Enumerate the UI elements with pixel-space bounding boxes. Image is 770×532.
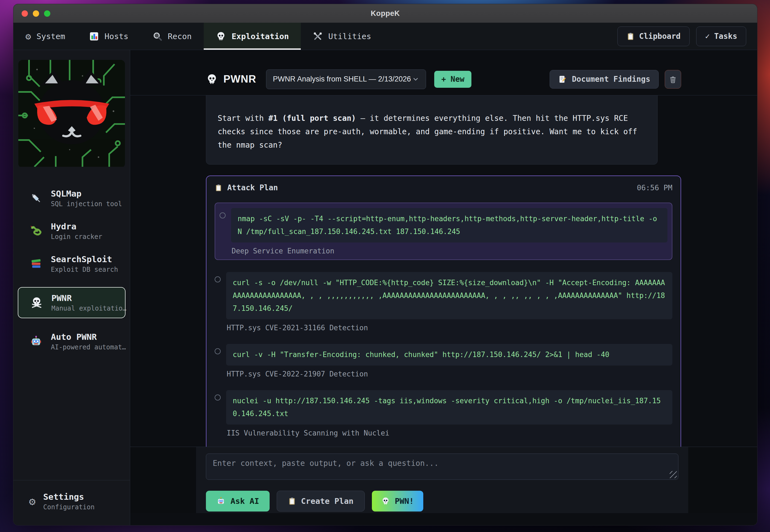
- plan-item: nmap -sC -sV -p- -T4 --script=http-enum,…: [220, 208, 667, 255]
- ask-ai-button[interactable]: Ask AI: [206, 491, 270, 511]
- radio-bullet-icon[interactable]: [215, 394, 221, 401]
- titlebar: KoppeK: [13, 4, 757, 23]
- sidebar-item-title: Auto PWNR: [51, 332, 126, 342]
- sidebar-item-title: SearchSploit: [51, 254, 118, 264]
- window-title: KoppeK: [13, 9, 757, 18]
- snake-icon: [29, 224, 43, 238]
- skull-icon: [216, 31, 226, 42]
- plan-command[interactable]: nmap -sC -sV -p- -T4 --script=http-enum,…: [231, 208, 667, 242]
- main-panel: PWNR PWNR Analysis from SHELL — 2/13/202…: [130, 50, 757, 525]
- resize-handle[interactable]: [670, 471, 677, 478]
- books-icon: [29, 257, 43, 271]
- plan-label: IIS Vulnerability Scanning with Nuclei: [227, 429, 672, 437]
- attack-plan-card: Attack Plan 06:56 PM nmap -sC -sV -p- -T…: [206, 176, 681, 447]
- radio-bullet-icon[interactable]: [215, 276, 221, 282]
- delete-session-button[interactable]: [665, 70, 681, 89]
- tab-utilities[interactable]: Utilities: [301, 23, 383, 50]
- clipboard-icon: [215, 184, 222, 192]
- plan-command[interactable]: curl -s -o /dev/null -w "HTTP_CODE:%{htt…: [226, 272, 672, 319]
- settings-subtitle: Configuration: [43, 503, 95, 511]
- tasks-button-label: Tasks: [714, 32, 737, 41]
- chat-scroll-area[interactable]: Start with #1 (full port scan) — it dete…: [130, 95, 757, 447]
- gear-icon: ⚙: [29, 496, 36, 507]
- sidebar-item-title: Hydra: [51, 221, 102, 231]
- check-icon: ✓: [705, 33, 710, 40]
- plan-label: HTTP.sys CVE-2022-21907 Detection: [227, 370, 672, 378]
- tab-label: Hosts: [104, 32, 128, 41]
- robot-icon: [29, 334, 43, 349]
- sidebar-item-subtitle: Login cracker: [51, 233, 102, 241]
- sidebar-item-hydra[interactable]: Hydra Login cracker: [13, 221, 130, 241]
- tab-exploitation[interactable]: Exploitation: [204, 23, 301, 50]
- ask-ai-label: Ask AI: [231, 496, 259, 506]
- clipboard-button[interactable]: Clipboard: [617, 27, 690, 46]
- sidebar-item-settings[interactable]: ⚙ Settings Configuration: [13, 480, 130, 525]
- page-title: PWNR: [223, 73, 256, 85]
- clipboard-button-label: Clipboard: [639, 32, 681, 41]
- attack-plan-title: Attack Plan: [227, 183, 278, 192]
- skull-icon: [206, 73, 218, 85]
- skull-crossbones-icon: [30, 296, 44, 310]
- assistant-message-text: Start with #1 (full port scan) — it dete…: [218, 112, 646, 152]
- app-window: KoppeK ⚙ System Hosts Recon Exploitation: [13, 4, 757, 525]
- create-plan-button[interactable]: Create Plan: [277, 491, 365, 511]
- input-dock: Ask AI Create Plan PWN!: [130, 447, 757, 513]
- document-findings-button[interactable]: Document Findings: [550, 70, 659, 89]
- sidebar-item-subtitle: AI-powered automat…: [51, 343, 126, 351]
- skull-icon: [381, 497, 390, 505]
- trash-icon: [669, 75, 677, 84]
- sidebar-item-title: SQLMap: [51, 189, 122, 198]
- sidebar-item-pwnr[interactable]: PWNR Manual exploitatio…: [18, 287, 126, 318]
- radio-bullet-icon[interactable]: [220, 212, 226, 218]
- clipboard-icon: [626, 32, 635, 40]
- settings-title: Settings: [43, 492, 95, 502]
- attack-plan-timestamp: 06:56 PM: [637, 183, 672, 192]
- context-input[interactable]: [206, 454, 678, 480]
- hacker-cat-logo: [18, 60, 125, 168]
- sidebar-item-searchsploit[interactable]: SearchSploit Exploit DB search: [13, 254, 130, 273]
- attack-plan-header: Attack Plan 06:56 PM: [215, 183, 672, 192]
- session-select-value: PWNR Analysis from SHELL — 2/13/2026: [273, 75, 412, 83]
- bar-chart-icon: [89, 31, 99, 41]
- plan-item-highlighted: nmap -sC -sV -p- -T4 --script=http-enum,…: [215, 203, 672, 260]
- tasks-button[interactable]: ✓ Tasks: [696, 27, 746, 46]
- gear-icon: ⚙: [25, 32, 31, 41]
- tab-label: System: [36, 32, 65, 41]
- memo-pencil-icon: [558, 75, 567, 84]
- plan-item: curl -v -H "Transfer-Encoding: chunked, …: [215, 344, 672, 378]
- plan-command[interactable]: nuclei -u http://187.150.146.245 -tags i…: [226, 390, 672, 425]
- tab-label: Exploitation: [232, 32, 289, 41]
- tab-label: Recon: [168, 32, 192, 41]
- plan-item: curl -s -o /dev/null -w "HTTP_CODE:%{htt…: [215, 272, 672, 332]
- document-findings-label: Document Findings: [572, 75, 650, 84]
- pwn-label: PWN!: [395, 496, 414, 506]
- sidebar-nav: SQLMap SQL injection tool Hydra Login cr…: [13, 189, 130, 351]
- robot-icon: [216, 496, 226, 506]
- tools-icon: [313, 31, 323, 41]
- window-footer: [130, 513, 757, 525]
- sidebar-item-subtitle: Exploit DB search: [51, 266, 118, 273]
- syringe-icon: [29, 191, 43, 205]
- plan-command[interactable]: curl -v -H "Transfer-Encoding: chunked, …: [226, 344, 672, 366]
- sidebar-item-subtitle: SQL injection tool: [51, 200, 122, 208]
- plan-item: nuclei -u http://187.150.146.245 -tags i…: [215, 390, 672, 437]
- tab-label: Utilities: [328, 32, 371, 41]
- new-session-button[interactable]: + New: [434, 71, 471, 88]
- tab-system[interactable]: ⚙ System: [13, 23, 77, 50]
- sidebar-item-subtitle: Manual exploitatio…: [51, 305, 125, 312]
- radio-bullet-icon[interactable]: [215, 348, 221, 354]
- tab-recon[interactable]: Recon: [141, 23, 204, 50]
- pwnr-header: PWNR PWNR Analysis from SHELL — 2/13/202…: [130, 50, 757, 95]
- plan-label: Deep Service Enumeration: [232, 247, 667, 255]
- session-select[interactable]: PWNR Analysis from SHELL — 2/13/2026: [266, 69, 426, 89]
- sidebar-item-sqlmap[interactable]: SQLMap SQL injection tool: [13, 189, 130, 208]
- assistant-message-card: Start with #1 (full port scan) — it dete…: [206, 95, 658, 165]
- tab-hosts[interactable]: Hosts: [77, 23, 140, 50]
- sidebar-item-auto-pwnr[interactable]: Auto PWNR AI-powered automat…: [13, 332, 130, 351]
- magnifier-icon: [153, 31, 162, 41]
- clipboard-icon: [288, 497, 296, 505]
- chevron-down-icon: [412, 76, 419, 83]
- sidebar: SQLMap SQL injection tool Hydra Login cr…: [13, 50, 130, 525]
- pwn-button[interactable]: PWN!: [372, 491, 423, 511]
- create-plan-label: Create Plan: [301, 496, 354, 506]
